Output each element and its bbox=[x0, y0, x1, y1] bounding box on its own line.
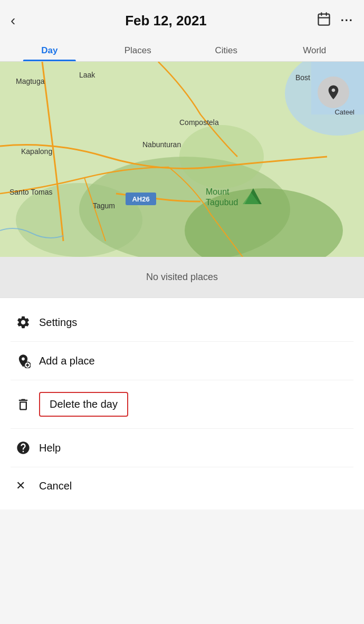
no-places-banner: No visited places bbox=[0, 257, 364, 297]
svg-text:Mount: Mount bbox=[206, 187, 229, 196]
svg-text:Compostela: Compostela bbox=[179, 118, 219, 127]
tab-cities[interactable]: Cities bbox=[182, 38, 271, 61]
svg-text:Tagubud: Tagubud bbox=[206, 198, 238, 207]
tab-world[interactable]: World bbox=[271, 38, 359, 61]
tab-day[interactable]: Day bbox=[5, 38, 94, 61]
svg-point-10 bbox=[179, 125, 264, 188]
delete-day-menu-item[interactable]: Delete the day bbox=[0, 380, 364, 428]
svg-text:Kapalong: Kapalong bbox=[21, 147, 52, 156]
tab-places[interactable]: Places bbox=[94, 38, 183, 61]
menu-sheet: Settings Add a place Delete the day bbox=[0, 297, 364, 510]
page-title: Feb 12, 2021 bbox=[125, 13, 207, 29]
add-place-menu-item[interactable]: Add a place bbox=[0, 342, 364, 380]
header: ‹ Feb 12, 2021 ··· bbox=[0, 0, 364, 38]
settings-menu-item[interactable]: Settings bbox=[0, 303, 364, 341]
map-view: AH26 Magtuga Laak Bost Kapalong Composte… bbox=[0, 62, 364, 257]
cancel-menu-item[interactable]: ✕ Cancel bbox=[0, 467, 364, 504]
svg-rect-0 bbox=[318, 14, 329, 25]
delete-day-icon bbox=[16, 397, 39, 412]
help-menu-item[interactable]: Help bbox=[0, 429, 364, 467]
help-label: Help bbox=[39, 442, 61, 454]
add-place-label: Add a place bbox=[39, 355, 95, 367]
header-actions: ··· bbox=[317, 12, 353, 30]
add-place-icon bbox=[16, 353, 39, 368]
delete-day-label: Delete the day bbox=[50, 398, 118, 410]
add-place-label-wrap: Add a place bbox=[39, 355, 95, 367]
svg-text:Tagum: Tagum bbox=[93, 201, 115, 210]
settings-label-wrap: Settings bbox=[39, 316, 77, 329]
help-label-wrap: Help bbox=[39, 442, 61, 454]
help-icon bbox=[16, 440, 39, 455]
svg-text:Magtuga: Magtuga bbox=[16, 77, 45, 85]
back-button[interactable]: ‹ bbox=[11, 12, 15, 29]
location-pin bbox=[318, 76, 349, 108]
cancel-label: Cancel bbox=[39, 480, 72, 492]
svg-text:Laak: Laak bbox=[79, 71, 95, 79]
cancel-icon: ✕ bbox=[16, 479, 39, 493]
settings-label: Settings bbox=[39, 316, 77, 328]
settings-icon bbox=[16, 315, 39, 330]
calendar-icon[interactable] bbox=[317, 12, 331, 30]
svg-text:Bost: Bost bbox=[295, 73, 310, 82]
more-options-icon[interactable]: ··· bbox=[341, 14, 353, 27]
svg-text:Santo Tomas: Santo Tomas bbox=[9, 188, 52, 196]
pin-label: Cateel bbox=[334, 108, 355, 116]
tabs-bar: Day Places Cities World bbox=[0, 38, 364, 62]
svg-text:AH26: AH26 bbox=[132, 195, 149, 203]
cancel-label-wrap: Cancel bbox=[39, 480, 72, 492]
delete-day-label-wrap: Delete the day bbox=[39, 392, 128, 417]
svg-text:Nabunturan: Nabunturan bbox=[142, 140, 181, 149]
